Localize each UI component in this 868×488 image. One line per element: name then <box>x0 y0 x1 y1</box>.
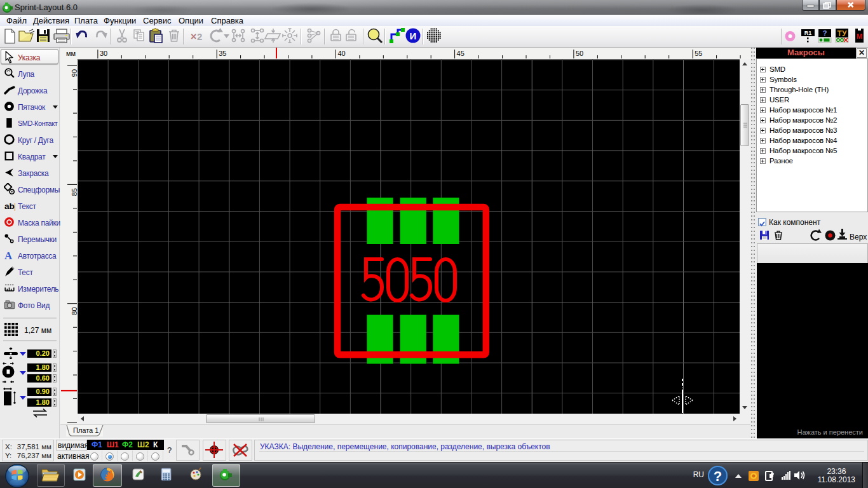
svg-text:35: 35 <box>219 50 226 57</box>
svg-text:50: 50 <box>576 50 583 57</box>
svg-text:45: 45 <box>457 50 465 57</box>
svg-text:И: И <box>410 30 417 41</box>
svg-text:40: 40 <box>337 50 345 57</box>
svg-text:A: A <box>4 250 13 262</box>
svg-text:ТУ: ТУ <box>837 29 847 38</box>
svg-text:?: ? <box>714 468 722 484</box>
svg-text:R1: R1 <box>804 30 812 36</box>
svg-text:М: М <box>857 32 862 40</box>
svg-text:85: 85 <box>71 188 78 196</box>
svg-text:мм: мм <box>66 50 76 57</box>
svg-text:2: 2 <box>197 31 202 42</box>
svg-text:×: × <box>191 31 196 42</box>
svg-text:30: 30 <box>100 50 107 57</box>
svg-text:80: 80 <box>71 307 78 315</box>
svg-text:?: ? <box>823 29 827 37</box>
svg-text:90: 90 <box>71 69 78 77</box>
svg-text:55: 55 <box>695 50 702 57</box>
svg-text:ab|: ab| <box>4 201 15 211</box>
